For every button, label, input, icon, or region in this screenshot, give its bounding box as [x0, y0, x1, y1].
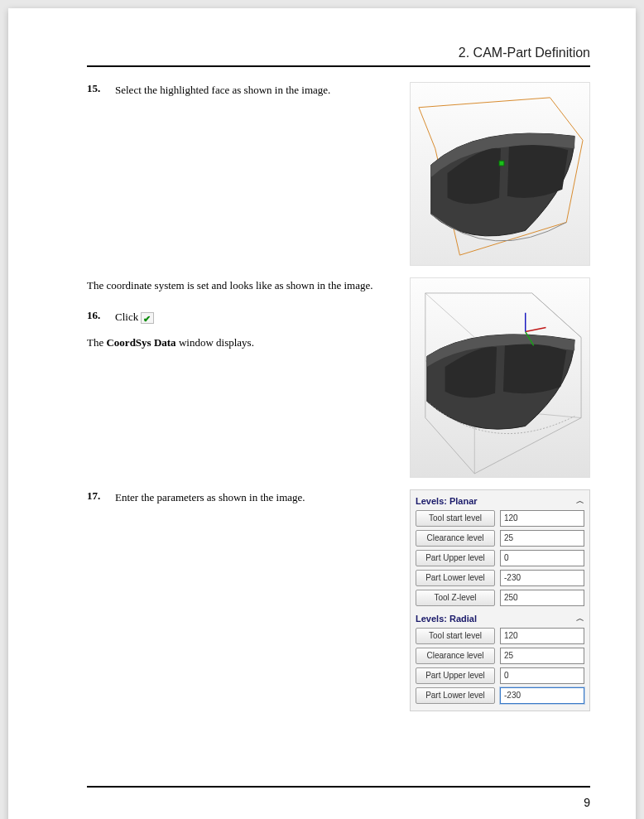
svg-line-6 — [526, 328, 546, 332]
svg-rect-0 — [499, 161, 504, 166]
part-lower-level-input[interactable]: -230 — [500, 570, 584, 586]
levels-radial-title: Levels: Radial — [416, 614, 477, 624]
row-part-lower-planar: Part Lower level -230 — [416, 570, 584, 586]
row-part-upper-planar: Part Upper level 0 — [416, 550, 584, 566]
page: 2. CAM-Part Definition 15. Select the hi… — [8, 8, 636, 819]
part-lower-level-input[interactable]: -230 — [500, 687, 584, 704]
part-upper-level-input[interactable]: 0 — [500, 550, 584, 566]
part-lower-level-button[interactable]: Part Lower level — [416, 570, 495, 586]
part-upper-level-button[interactable]: Part Upper level — [416, 667, 495, 684]
chevron-up-icon: ︿ — [576, 613, 584, 624]
step-15: 15. Select the highlighted face as shown… — [87, 82, 377, 99]
text-prefix: The — [87, 336, 106, 349]
tool-start-level-input[interactable]: 120 — [500, 510, 584, 527]
svg-line-1 — [425, 293, 474, 338]
step-text: Click — [115, 309, 154, 325]
coordsys-data-line: The CoordSys Data window displays. — [87, 335, 377, 351]
levels-planar-header[interactable]: Levels: Planar ︿ — [416, 495, 584, 507]
step-number: 17. — [87, 489, 108, 506]
tool-start-level-button[interactable]: Tool start level — [416, 510, 495, 527]
row-clearance-planar: Clearance level 25 — [416, 530, 584, 547]
coord-system-text: The coordinate system is set and looks l… — [87, 277, 377, 294]
page-number: 9 — [584, 796, 590, 809]
body: 15. Select the highlighted face as shown… — [87, 82, 590, 506]
step-number: 15. — [87, 82, 108, 99]
step-number: 16. — [87, 309, 108, 325]
section-step-15: 15. Select the highlighted face as shown… — [87, 82, 590, 272]
checkmark-icon — [141, 312, 154, 324]
tool-z-level-input[interactable]: 250 — [500, 590, 584, 606]
svg-line-2 — [532, 293, 581, 338]
page-header: 2. CAM-Part Definition — [87, 46, 590, 67]
step-16-text: Click — [115, 311, 138, 323]
footer-rule — [87, 786, 590, 788]
tool-start-level-button[interactable]: Tool start level — [416, 628, 495, 644]
step-16: 16. Click — [87, 309, 377, 325]
clearance-level-button[interactable]: Clearance level — [416, 530, 495, 547]
figure-coordinate-system — [410, 277, 590, 478]
levels-panel: Levels: Planar ︿ Tool start level 120 Cl… — [410, 489, 590, 711]
clearance-level-input[interactable]: 25 — [500, 648, 584, 664]
step-17: 17. Enter the parameters as shown in the… — [87, 489, 377, 506]
coordsys-bold: CoordSys Data — [106, 336, 175, 349]
part-lower-level-button[interactable]: Part Lower level — [416, 687, 495, 704]
step-text: Select the highlighted face as shown in … — [115, 82, 330, 99]
tool-z-level-button[interactable]: Tool Z-level — [416, 590, 495, 606]
row-tool-z-planar: Tool Z-level 250 — [416, 590, 584, 606]
row-part-upper-radial: Part Upper level 0 — [416, 667, 584, 684]
row-tool-start-planar: Tool start level 120 — [416, 510, 584, 527]
tool-start-level-input[interactable]: 120 — [500, 628, 584, 644]
clearance-level-button[interactable]: Clearance level — [416, 648, 495, 664]
part-upper-level-button[interactable]: Part Upper level — [416, 550, 495, 566]
row-part-lower-radial: Part Lower level -230 — [416, 687, 584, 704]
step-text: Enter the parameters as shown in the ima… — [115, 489, 305, 506]
text-suffix: window displays. — [176, 336, 254, 349]
section-step-17: 17. Enter the parameters as shown in the… — [87, 489, 590, 506]
levels-radial-header[interactable]: Levels: Radial ︿ — [416, 613, 584, 624]
clearance-level-input[interactable]: 25 — [500, 530, 584, 547]
part-upper-level-input[interactable]: 0 — [500, 667, 584, 684]
figure-highlighted-face — [410, 82, 590, 266]
row-clearance-radial: Clearance level 25 — [416, 648, 584, 664]
levels-planar-title: Levels: Planar — [416, 496, 478, 506]
section-step-16: The coordinate system is set and looks l… — [87, 277, 590, 484]
row-tool-start-radial: Tool start level 120 — [416, 628, 584, 644]
chevron-up-icon: ︿ — [576, 495, 584, 507]
